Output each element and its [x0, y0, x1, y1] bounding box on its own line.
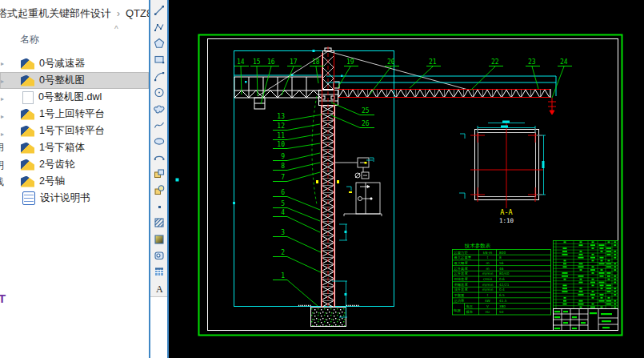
- section-label: A-A: [500, 208, 512, 216]
- svg-text:4: 4: [281, 209, 285, 216]
- gradient-icon: [154, 234, 165, 245]
- svg-text:20: 20: [387, 58, 395, 66]
- spline-icon: [154, 119, 165, 131]
- breadcrumb[interactable]: 塔式起重机关键部件设计›QTZ8: [0, 6, 152, 21]
- file-row[interactable]: ✧1号下箱体: [0, 139, 149, 156]
- svg-text:380: 380: [499, 304, 506, 308]
- tree-expand-icon[interactable]: ▸: [1, 113, 4, 120]
- name-column-header[interactable]: 名称: [20, 33, 39, 46]
- svg-text:m/min: m/min: [482, 283, 494, 287]
- polygon-icon: [154, 38, 165, 49]
- file-name: 设计说明书: [40, 191, 90, 205]
- tool-multiline-text[interactable]: A: [150, 280, 167, 296]
- tool-ellipse[interactable]: [150, 133, 167, 149]
- svg-text:r/min: r/min: [483, 277, 493, 281]
- table-icon: [154, 266, 165, 277]
- svg-text:14: 14: [237, 58, 245, 66]
- svg-text:kN·m: kN·m: [483, 251, 492, 255]
- tool-revision-cloud[interactable]: [150, 100, 167, 116]
- file-name: 0号整机图.dwl: [38, 91, 102, 104]
- tool-insert-block[interactable]: [150, 166, 167, 182]
- tool-region[interactable]: [150, 247, 167, 263]
- rectangle-icon: [154, 54, 165, 65]
- file-explorer-panel: 塔式起重机关键部件设计›QTZ8 ^ 名称 ✧0号减速器✧0号整机图0号整机图.…: [0, 0, 149, 358]
- svg-text:6: 6: [281, 189, 285, 196]
- svg-text:50: 50: [499, 310, 504, 314]
- svg-text:80/40: 80/40: [499, 272, 510, 276]
- svg-text:电压: 电压: [466, 304, 473, 308]
- make-block-icon: [154, 184, 165, 195]
- ellipse-icon: [154, 135, 165, 147]
- svg-text:顶升速度: 顶升速度: [454, 288, 469, 292]
- file-row[interactable]: ✧1号上回转平台: [0, 106, 149, 123]
- tool-make-block[interactable]: [150, 182, 167, 198]
- svg-text:41.5: 41.5: [499, 299, 507, 303]
- sparkle-icon: ✧: [20, 55, 25, 62]
- tool-polyline[interactable]: [150, 18, 167, 34]
- tool-gradient[interactable]: [150, 231, 167, 247]
- clipped-text-fragment: 线: [0, 175, 4, 189]
- tree-expand-icon[interactable]: ▸: [1, 95, 4, 103]
- tool-spline[interactable]: [150, 117, 167, 133]
- file-name: 2号轴: [39, 175, 65, 188]
- section-scale: 1:10: [499, 217, 514, 224]
- file-row[interactable]: ✧0号整机图: [0, 72, 149, 89]
- tool-arc[interactable]: [150, 68, 167, 84]
- dwg-file-icon: ✧: [21, 159, 34, 171]
- svg-text:总功率: 总功率: [454, 299, 466, 303]
- svg-text:19: 19: [346, 58, 354, 66]
- region-icon: [154, 250, 165, 261]
- file-row[interactable]: ✧0号减速器: [0, 55, 149, 72]
- file-row[interactable]: ✧1号下回转平台: [0, 123, 149, 139]
- svg-text:16: 16: [267, 58, 275, 66]
- dwg-file-icon: ✧: [21, 176, 34, 187]
- file-row[interactable]: ✧2号齿轮: [0, 156, 149, 173]
- sparkle-icon: ✧: [20, 173, 25, 179]
- svg-text:24: 24: [560, 58, 568, 66]
- tool-hatch[interactable]: [150, 215, 167, 231]
- svg-text:Hz: Hz: [486, 310, 490, 314]
- svg-text:13: 13: [277, 113, 285, 120]
- svg-text:22: 22: [491, 58, 499, 66]
- tree-expand-icon[interactable]: ▸: [1, 131, 4, 138]
- sparkle-icon: ✧: [20, 106, 25, 112]
- clipped-text-fragment: 用: [0, 141, 4, 155]
- sort-caret-icon[interactable]: ^: [114, 25, 118, 34]
- svg-text:最大幅度: 最大幅度: [454, 261, 469, 265]
- svg-text:1: 1: [281, 272, 285, 280]
- tool-circle[interactable]: [150, 84, 167, 100]
- svg-text:电源: 电源: [454, 308, 461, 312]
- arc-icon: [154, 70, 165, 82]
- svg-text:17: 17: [290, 58, 298, 66]
- sparkle-icon: ✧: [20, 156, 25, 163]
- tool-polygon[interactable]: [150, 35, 167, 51]
- revision-cloud-icon: [154, 103, 165, 115]
- svg-text:25: 25: [362, 107, 370, 115]
- svg-text:技术参数表: 技术参数表: [464, 243, 491, 249]
- file-name: 1号下回转平台: [39, 124, 105, 138]
- svg-text:8: 8: [281, 163, 285, 170]
- tool-line[interactable]: [150, 2, 167, 18]
- file-row[interactable]: 设计说明书: [0, 190, 149, 207]
- svg-text:18: 18: [312, 58, 320, 66]
- svg-text:m/min: m/min: [482, 272, 494, 276]
- tool-table[interactable]: [150, 263, 167, 280]
- file-row[interactable]: 0号整机图.dwl: [0, 89, 149, 106]
- svg-text:46: 46: [499, 267, 504, 271]
- svg-text:42/21: 42/21: [499, 283, 510, 287]
- dwg-file-icon: ✧: [21, 58, 34, 70]
- tool-rectangle[interactable]: [150, 51, 167, 67]
- svg-text:变幅速度: 变幅速度: [454, 283, 469, 287]
- breadcrumb-folder[interactable]: 塔式起重机关键部件设计: [0, 7, 111, 19]
- tree-expand-icon[interactable]: ▸: [1, 78, 4, 85]
- tool-ellipse-arc[interactable]: [150, 150, 167, 166]
- svg-text:V: V: [486, 304, 489, 308]
- svg-text:26: 26: [362, 120, 370, 127]
- breadcrumb-chevron-icon: ›: [117, 8, 120, 19]
- file-name: 0号整机图: [39, 74, 85, 87]
- tool-point[interactable]: [150, 199, 167, 215]
- clipped-text-fragment: 明: [0, 159, 4, 172]
- file-row[interactable]: ✧2号轴: [0, 173, 149, 190]
- tree-expand-icon[interactable]: ▸: [1, 60, 4, 67]
- svg-text:0.4: 0.4: [499, 288, 505, 292]
